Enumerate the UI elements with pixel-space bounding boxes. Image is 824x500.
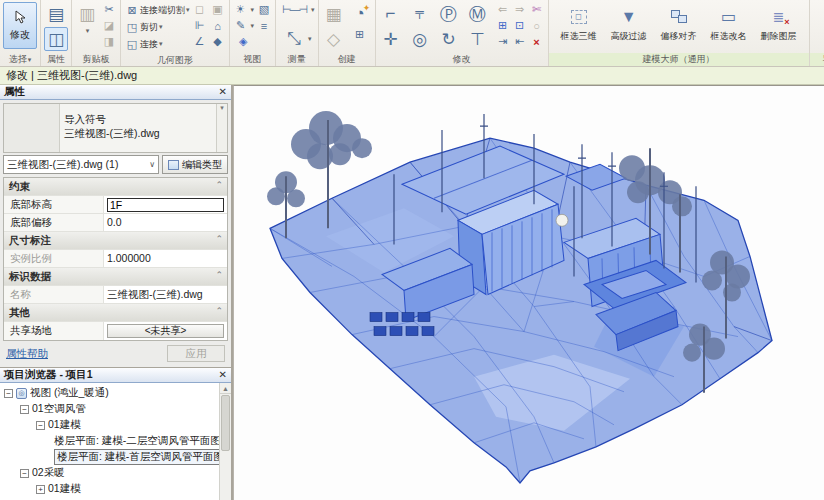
- cut-geometry-button[interactable]: ◳ 剪切▾: [124, 19, 190, 35]
- element-selector-dropdown[interactable]: 三维视图-(三维).dwg (1) ∨: [3, 155, 159, 174]
- expand-expander-icon[interactable]: +: [36, 485, 45, 494]
- chevron-down-icon: ▾: [311, 6, 315, 14]
- properties-help-link[interactable]: 属性帮助: [6, 347, 48, 361]
- reveal-icon[interactable]: ≡: [256, 18, 272, 33]
- match-type-icon[interactable]: ◨: [101, 34, 117, 49]
- sphere-ornament[interactable]: [556, 214, 568, 226]
- tree-item-floorplan-level2[interactable]: 楼层平面: 建模-二层空调风管平面图: [2, 433, 217, 449]
- collapse-icon[interactable]: ⌃: [215, 306, 223, 321]
- property-row: 底部偏移 0.0: [4, 214, 227, 232]
- collapse-expander-icon[interactable]: −: [36, 421, 45, 430]
- panel-measure: ⊢—⊣▾ ⤡▾ 测量: [276, 0, 319, 66]
- chevron-down-icon: ▾: [251, 6, 255, 14]
- measure-icon[interactable]: ⤡: [282, 27, 306, 51]
- property-section[interactable]: 尺寸标注⌃: [4, 232, 227, 250]
- collapse-icon[interactable]: ⌃: [215, 270, 223, 285]
- tree-scrollbar[interactable]: ▲: [219, 383, 231, 500]
- collapse-icon[interactable]: ⌃: [215, 234, 223, 249]
- paint-icon[interactable]: ◆: [210, 34, 226, 49]
- collapse-expander-icon[interactable]: −: [20, 469, 29, 478]
- split-element-icon[interactable]: ⇥: [495, 34, 511, 49]
- align-icon[interactable]: ⌐: [379, 2, 403, 26]
- panel-modify: ⌐ ✛ ⫧ ◎ Ⓟ ↻ Ⓜ ⊤ ⇐ ⇒ ✄: [376, 0, 549, 66]
- offset-align-button[interactable]: 偏移对齐: [657, 2, 701, 51]
- advanced-filter-button[interactable]: ▼ 高级过滤: [607, 2, 651, 51]
- copy-icon[interactable]: ◎: [408, 27, 432, 51]
- collapse-expander-icon[interactable]: −: [20, 405, 29, 414]
- edit-type-button[interactable]: 编辑类型: [162, 155, 228, 174]
- property-row: 名称 三维视图-(三维).dwg: [4, 286, 227, 304]
- delete-icon[interactable]: ×: [529, 34, 545, 49]
- shared-site-button[interactable]: <未共享>: [107, 324, 224, 338]
- cut-icon[interactable]: ✂: [101, 2, 117, 17]
- paste-dropdown-icon[interactable]: ▾: [86, 27, 90, 35]
- apply-button[interactable]: 应用: [167, 345, 225, 362]
- linework-pen-icon[interactable]: ✎: [233, 18, 249, 33]
- legend-component-icon[interactable]: ▦: [322, 2, 346, 26]
- join-geometry-button[interactable]: ◱ 连接▾: [124, 36, 190, 52]
- property-section[interactable]: 其他⌃: [4, 304, 227, 322]
- tree-item-floorplan-level1[interactable]: 楼层平面: 建模-首层空调风管平面图: [2, 449, 217, 465]
- override-graphics-icon[interactable]: ▧: [256, 2, 272, 17]
- project-browser-header[interactable]: 项目浏览器 - 项目1 ✕: [0, 368, 231, 383]
- model-3d-view[interactable]: [234, 86, 824, 500]
- scrollbar-thumb[interactable]: [221, 395, 230, 451]
- explode-button[interactable]: ▣ 分解 ▾: [813, 2, 824, 51]
- beam-coping-icon[interactable]: ▣: [210, 2, 226, 17]
- modify-tool-button[interactable]: 修改: [3, 2, 37, 49]
- box-select-3d-button[interactable]: ◻ 框选三维: [557, 2, 601, 51]
- properties-panel-header[interactable]: 属性 ✕: [0, 85, 231, 100]
- delete-layer-button[interactable]: ≣× 删除图层: [757, 2, 801, 51]
- hide-elements-lightbulb-icon[interactable]: ☀: [233, 2, 249, 17]
- panel-label-import-instance: 导入实例: [810, 53, 824, 66]
- base-level-input[interactable]: [107, 198, 224, 212]
- drawing-area[interactable]: [233, 85, 824, 500]
- wall-joins-icon[interactable]: ⊩: [192, 18, 208, 33]
- tree-item-hvac-duct[interactable]: − 01空调风管: [2, 401, 217, 417]
- tree-item-views[interactable]: − ◎ 视图 (鸿业_暖通): [2, 385, 217, 401]
- panel-clipboard: ▥ ▾ ✂ ◪ ◨ 剪贴板: [72, 0, 121, 66]
- type-properties-icon[interactable]: ▤: [44, 2, 68, 26]
- paste-icon[interactable]: ▥: [75, 2, 99, 26]
- create-assembly-icon[interactable]: ⊞: [352, 27, 368, 42]
- displace-elements-icon[interactable]: ◈: [235, 34, 251, 49]
- collapse-icon[interactable]: ⌃: [215, 180, 223, 195]
- box-select-rename-button[interactable]: ▭ 框选改名: [707, 2, 751, 51]
- mirror-draw-axis-icon[interactable]: Ⓜ: [466, 2, 490, 26]
- offset-icon[interactable]: ⫧: [408, 2, 432, 26]
- mirror-pick-axis-icon[interactable]: Ⓟ: [437, 2, 461, 26]
- cope-icon[interactable]: ⇐: [495, 2, 511, 17]
- property-row: 底部标高: [4, 196, 227, 214]
- unpin-icon[interactable]: ⇤: [512, 34, 528, 49]
- apply-coping-icon[interactable]: ◻: [192, 2, 208, 17]
- move-icon[interactable]: ✛: [379, 27, 403, 51]
- rotate-icon[interactable]: ↻: [437, 27, 461, 51]
- cope-remove-icon[interactable]: ⇒: [512, 2, 528, 17]
- close-icon[interactable]: ✕: [219, 87, 227, 97]
- delete-type-icon[interactable]: ✄: [529, 2, 545, 17]
- type-box-scrollbar[interactable]: ▾: [216, 104, 227, 152]
- create-similar-icon[interactable]: ◇: [322, 27, 346, 51]
- panel-label-modeling-master: 建模大师（通用）: [549, 53, 809, 66]
- trim-extend-icon[interactable]: ⊤: [466, 27, 490, 51]
- tree-item-heating[interactable]: − 02采暖: [2, 465, 217, 481]
- copy-to-clipboard-icon[interactable]: ◪: [101, 18, 117, 33]
- properties-palette-icon[interactable]: ◫: [44, 27, 68, 51]
- property-section[interactable]: 标识数据⌃: [4, 268, 227, 286]
- tree-item-modeling[interactable]: − 01建模: [2, 417, 217, 433]
- unjoin-icon[interactable]: ⌂: [210, 18, 226, 33]
- aligned-dimension-icon[interactable]: ⊢—⊣: [279, 2, 309, 17]
- tree-item-heating-modeling[interactable]: + 01建模: [2, 481, 217, 497]
- join-end-cut-button[interactable]: ⊠ 连接端切割▾: [124, 2, 190, 18]
- array-icon[interactable]: ⊞: [495, 18, 511, 33]
- base-offset-value[interactable]: 0.0: [104, 214, 227, 231]
- panel-label-select[interactable]: 选择▾: [0, 53, 40, 66]
- ribbon: 修改 选择▾ ▤ ◫ 属性 ▥ ▾ ✂ ◪ ◨ 剪贴板: [0, 0, 824, 67]
- split-face-icon[interactable]: ∠: [192, 34, 208, 49]
- collapse-expander-icon[interactable]: −: [4, 389, 13, 398]
- property-section[interactable]: 约束⌃: [4, 178, 227, 196]
- pin-icon[interactable]: ○: [529, 18, 545, 33]
- scale-icon[interactable]: ⊡: [512, 18, 528, 33]
- close-icon[interactable]: ✕: [219, 370, 227, 380]
- scroll-up-icon[interactable]: ▲: [220, 383, 231, 394]
